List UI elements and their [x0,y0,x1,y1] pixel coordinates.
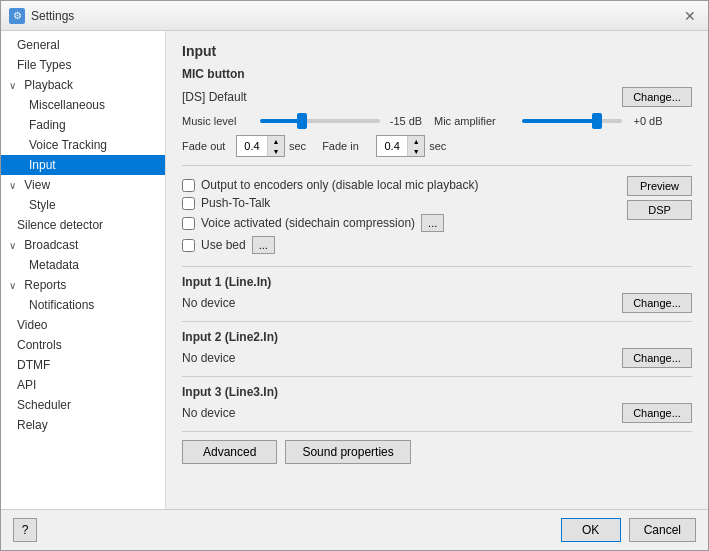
ok-button[interactable]: OK [561,518,621,542]
fade-in-down[interactable]: ▼ [408,146,424,156]
sidebar-item-fading[interactable]: Fading [1,115,165,135]
checkbox-section: Output to encoders only (disable local m… [182,174,619,258]
output-encoders-label: Output to encoders only (disable local m… [201,178,478,192]
advanced-button[interactable]: Advanced [182,440,277,464]
fade-out-sec: sec [289,140,306,152]
music-level-label: Music level [182,115,252,127]
push-to-talk-label: Push-To-Talk [201,196,270,210]
sidebar: General File Types ∨ Playback Miscellane… [1,31,166,509]
input2-row: No device Change... [182,348,692,368]
fade-out-down[interactable]: ▼ [268,146,284,156]
section-title: Input [182,43,692,59]
mic-button-title: MIC button [182,67,692,81]
footer-left: ? [13,518,37,542]
title-bar: ⚙ Settings ✕ [1,1,708,31]
fade-in-up[interactable]: ▲ [408,136,424,146]
sidebar-item-miscellaneous[interactable]: Miscellaneous [1,95,165,115]
mic-amplifier-label: Mic amplifier [434,115,514,127]
sidebar-item-dtmf[interactable]: DTMF [1,355,165,375]
sidebar-item-notifications[interactable]: Notifications [1,295,165,315]
output-encoders-checkbox[interactable] [182,179,195,192]
voice-activated-settings-button[interactable]: ... [421,214,444,232]
settings-window: ⚙ Settings ✕ General File Types ∨ Playba… [0,0,709,551]
window-title: Settings [31,9,74,23]
input2-title: Input 2 (Line2.In) [182,330,692,344]
input1-title: Input 1 (Line.In) [182,275,692,289]
checkbox-voice-activated: Voice activated (sidechain compression) … [182,214,619,232]
dsp-button[interactable]: DSP [627,200,692,220]
push-to-talk-checkbox[interactable] [182,197,195,210]
input3-device: No device [182,406,614,420]
app-icon: ⚙ [9,8,25,24]
main-panel: Input MIC button [DS] Default Change... … [166,31,708,509]
fade-in-spinbox[interactable]: ▲ ▼ [376,135,425,157]
fade-in-sec: sec [429,140,446,152]
input3-title: Input 3 (Line3.In) [182,385,692,399]
footer-right: OK Cancel [561,518,696,542]
input2-device: No device [182,351,614,365]
sidebar-item-metadata[interactable]: Metadata [1,255,165,275]
fade-row: Fade out ▲ ▼ sec Fade in ▲ ▼ [182,135,692,157]
fade-in-input[interactable] [377,138,407,154]
input1-device: No device [182,296,614,310]
checkbox-and-btns: Output to encoders only (disable local m… [182,174,692,258]
input3-section: Input 3 (Line3.In) No device Change... [182,385,692,423]
checkbox-output-encoders: Output to encoders only (disable local m… [182,178,619,192]
close-button[interactable]: ✕ [680,6,700,26]
input2-change-button[interactable]: Change... [622,348,692,368]
mic-amplifier-value: +0 dB [628,115,668,127]
sound-properties-button[interactable]: Sound properties [285,440,410,464]
sidebar-item-file-types[interactable]: File Types [1,55,165,75]
help-button[interactable]: ? [13,518,37,542]
checkbox-use-bed: Use bed ... [182,236,619,254]
sidebar-item-voice-tracking[interactable]: Voice Tracking [1,135,165,155]
sidebar-item-general[interactable]: General [1,35,165,55]
fade-out-input[interactable] [237,138,267,154]
use-bed-settings-button[interactable]: ... [252,236,275,254]
slider-section: Music level -15 dB Mic amplifier [182,115,692,127]
sidebar-group-view[interactable]: ∨ View [1,175,165,195]
content-area: General File Types ∨ Playback Miscellane… [1,31,708,509]
checkbox-push-to-talk: Push-To-Talk [182,196,619,210]
fade-out-up[interactable]: ▲ [268,136,284,146]
input2-section: Input 2 (Line2.In) No device Change... [182,330,692,368]
use-bed-label: Use bed [201,238,246,252]
preview-button[interactable]: Preview [627,176,692,196]
preview-dsp-section: Preview DSP [627,174,692,258]
sidebar-item-input[interactable]: Input [1,155,165,175]
sidebar-item-api[interactable]: API [1,375,165,395]
voice-activated-label: Voice activated (sidechain compression) [201,216,415,230]
advanced-sound-row: Advanced Sound properties [182,440,692,464]
footer: ? OK Cancel [1,509,708,550]
mic-device-row: [DS] Default Change... [182,87,692,107]
mic-device-label: [DS] Default [182,90,614,104]
fade-out-spinbox[interactable]: ▲ ▼ [236,135,285,157]
sidebar-item-relay[interactable]: Relay [1,415,165,435]
fade-in-label: Fade in [322,140,372,152]
sidebar-group-reports[interactable]: ∨ Reports [1,275,165,295]
sidebar-group-playback[interactable]: ∨ Playback [1,75,165,95]
sidebar-item-silence-detector[interactable]: Silence detector [1,215,165,235]
mic-change-button[interactable]: Change... [622,87,692,107]
music-level-value: -15 dB [386,115,426,127]
mic-amplifier-slider[interactable] [522,119,622,123]
cancel-button[interactable]: Cancel [629,518,696,542]
fade-out-label: Fade out [182,140,232,152]
sidebar-item-scheduler[interactable]: Scheduler [1,395,165,415]
music-level-slider[interactable] [260,119,380,123]
sidebar-group-broadcast[interactable]: ∨ Broadcast [1,235,165,255]
sidebar-item-video[interactable]: Video [1,315,165,335]
sidebar-item-style[interactable]: Style [1,195,165,215]
input1-change-button[interactable]: Change... [622,293,692,313]
use-bed-checkbox[interactable] [182,239,195,252]
input1-row: No device Change... [182,293,692,313]
input3-change-button[interactable]: Change... [622,403,692,423]
input1-section: Input 1 (Line.In) No device Change... [182,275,692,313]
input3-row: No device Change... [182,403,692,423]
sidebar-item-controls[interactable]: Controls [1,335,165,355]
slider-row-music: Music level -15 dB Mic amplifier [182,115,692,127]
voice-activated-checkbox[interactable] [182,217,195,230]
